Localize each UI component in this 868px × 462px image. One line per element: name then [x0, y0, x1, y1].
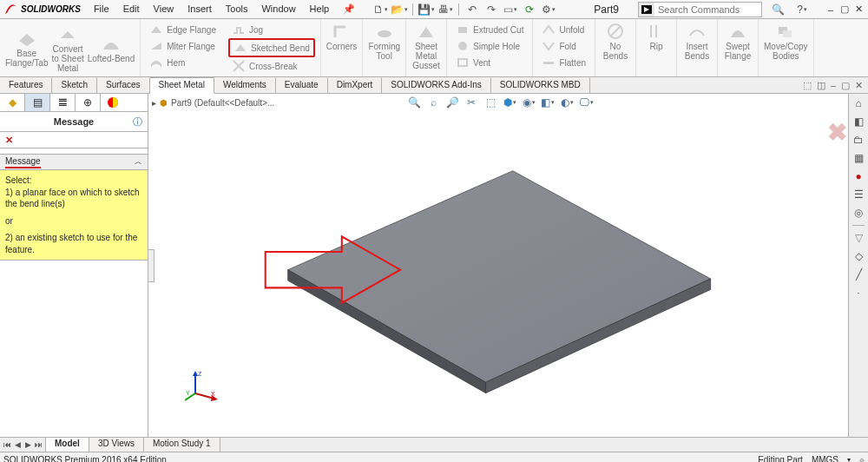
unfold-button[interactable]: Unfold	[538, 22, 588, 37]
vent-button[interactable]: Vent	[452, 55, 494, 70]
pm-feature-tree-icon[interactable]: ◆	[0, 94, 25, 111]
pm-config-icon[interactable]: 𝌆	[50, 94, 76, 111]
pm-message-header[interactable]: Message ︿	[0, 154, 148, 170]
doc-min-icon[interactable]: –	[831, 80, 836, 90]
save-icon[interactable]: 💾	[418, 2, 435, 17]
view-triad[interactable]: Z X Y	[185, 367, 220, 402]
forming-tool-button[interactable]: Forming Tool	[368, 22, 400, 61]
rip-button[interactable]: Rip	[641, 22, 671, 51]
tab-weldments[interactable]: Weldments	[214, 77, 276, 93]
tab-features[interactable]: Features	[0, 77, 52, 93]
search-icon[interactable]: 🔍	[769, 2, 786, 17]
tab-scroll-first-icon[interactable]: ⏮	[2, 439, 12, 451]
graphics-viewport[interactable]: ▸ ⬢ Part9 (Default<<Default>... 🔍 ⌕ 🔎 ✂ …	[148, 94, 868, 437]
svg-marker-12	[288, 171, 711, 383]
tab-dimxpert[interactable]: DimXpert	[328, 77, 383, 93]
tab-evaluate[interactable]: Evaluate	[276, 77, 328, 93]
tab-scroll-last-icon[interactable]: ⏭	[33, 439, 43, 451]
pm-cancel-button[interactable]: ✕	[0, 132, 148, 148]
convert-to-sheet-metal-button[interactable]: Convert to Sheet Metal	[51, 24, 83, 73]
minimize-icon[interactable]: –	[825, 3, 837, 16]
svg-rect-10	[783, 30, 792, 37]
doc-prev-icon[interactable]: ⬚	[803, 80, 812, 91]
cross-break-button[interactable]: Cross-Break	[228, 58, 301, 74]
tab-sheet-metal[interactable]: Sheet Metal	[150, 77, 214, 94]
menu-view[interactable]: View	[148, 2, 181, 16]
view-tab-motion[interactable]: Motion Study 1	[144, 438, 220, 452]
help-icon[interactable]: ?	[793, 2, 811, 17]
miter-flange-button[interactable]: Miter Flange	[146, 38, 219, 54]
collapse-icon[interactable]: ︿	[135, 156, 142, 168]
svg-text:X: X	[211, 391, 215, 397]
tab-mbd[interactable]: SOLIDWORKS MBD	[491, 77, 590, 93]
svg-point-2	[378, 30, 391, 37]
flatten-button[interactable]: Flatten	[538, 55, 589, 70]
edge-flange-button[interactable]: Edge Flange	[146, 22, 220, 37]
rebuild-icon[interactable]: ⟳	[521, 2, 538, 17]
pm-dimxpert-icon[interactable]: ⊕	[76, 94, 101, 111]
hem-button[interactable]: Hem	[146, 55, 188, 70]
search-box[interactable]	[638, 2, 762, 17]
undo-icon[interactable]: ↶	[464, 2, 481, 17]
new-doc-icon[interactable]: 🗋	[372, 2, 389, 17]
status-customize-icon[interactable]: ⟐	[859, 455, 865, 463]
close-icon[interactable]: ✕	[852, 3, 865, 16]
menu-file[interactable]: File	[88, 2, 115, 16]
fold-button[interactable]: Fold	[538, 38, 579, 54]
pm-property-icon[interactable]: ▤	[25, 94, 50, 111]
tab-sketch[interactable]: Sketch	[52, 77, 97, 93]
no-bends-button[interactable]: No Bends	[601, 22, 630, 61]
menu-insert[interactable]: Insert	[181, 2, 218, 16]
select-icon[interactable]: ▭	[502, 2, 519, 17]
tp-home-icon[interactable]: ⌂	[851, 96, 866, 111]
sketched-bend-button[interactable]: Sketched Bend	[228, 38, 315, 57]
tab-scroll-next-icon[interactable]: ▶	[23, 439, 33, 451]
redo-icon[interactable]: ↷	[483, 2, 500, 17]
restore-icon[interactable]: ▢	[838, 3, 851, 16]
tab-surfaces[interactable]: Surfaces	[97, 77, 149, 93]
view-tab-model[interactable]: Model	[46, 438, 89, 452]
move-copy-bodies-button[interactable]: Move/Copy Bodies	[764, 22, 808, 61]
lofted-bend-button[interactable]: Lofted-Bend	[88, 34, 135, 63]
property-manager: ◆ ▤ 𝌆 ⊕ Message ⓘ ✕ Message ︿ Select: 1)…	[0, 94, 148, 437]
menu-edit[interactable]: Edit	[117, 2, 146, 16]
sheet-metal-gusset-button[interactable]: Sheet Metal Gusset	[411, 22, 441, 70]
options-icon[interactable]: ⚙	[540, 2, 557, 17]
tp-sel-vertex-icon[interactable]: ·	[851, 285, 866, 300]
jog-button[interactable]: Jog	[228, 22, 266, 37]
status-units[interactable]: MMGS	[812, 455, 838, 463]
tp-properties-icon[interactable]: ☰	[851, 187, 866, 202]
pm-appearance-icon[interactable]	[101, 94, 125, 111]
print-icon[interactable]: 🖶	[437, 2, 454, 17]
pm-message-body: Select: 1) a planar face on which to ske…	[0, 170, 148, 261]
base-flange-tab-button[interactable]: Base Flange/Tab	[5, 29, 48, 68]
doc-max-icon[interactable]: ▢	[841, 80, 850, 91]
swept-flange-button[interactable]: Swept Flange	[723, 22, 753, 61]
pm-help-icon[interactable]: ⓘ	[133, 116, 142, 129]
tab-scroll-prev-icon[interactable]: ◀	[12, 439, 23, 451]
insert-bends-button[interactable]: Insert Bends	[682, 22, 712, 61]
menu-help[interactable]: Help	[304, 2, 336, 16]
open-doc-icon[interactable]: 📂	[391, 2, 408, 17]
view-tab-3dviews[interactable]: 3D Views	[89, 438, 144, 452]
tp-sel-edge-icon[interactable]: ╱	[851, 267, 866, 282]
status-units-drop-icon[interactable]: ▾	[847, 456, 851, 463]
svg-rect-5	[458, 59, 467, 66]
extruded-cut-button[interactable]: Extruded Cut	[452, 22, 527, 37]
menu-window[interactable]: Window	[255, 2, 301, 16]
doc-tile-icon[interactable]: ◫	[817, 80, 825, 91]
menu-tools[interactable]: Tools	[220, 2, 254, 16]
tab-addins[interactable]: SOLIDWORKS Add-Ins	[382, 77, 490, 93]
tp-forum-icon[interactable]: ◎	[851, 205, 866, 221]
tp-sel-filter-icon[interactable]: ▽	[851, 230, 866, 246]
corners-button[interactable]: Corners	[326, 22, 358, 51]
tp-view-palette-icon[interactable]: ▦	[851, 150, 866, 166]
tp-design-lib-icon[interactable]: ◧	[851, 114, 866, 129]
tp-sel-face-icon[interactable]: ◇	[851, 248, 866, 264]
tp-appearances-icon[interactable]: ●	[851, 168, 866, 184]
doc-close-icon[interactable]: ✕	[855, 80, 863, 91]
search-input[interactable]	[654, 4, 761, 15]
tp-file-explorer-icon[interactable]: 🗀	[851, 132, 866, 148]
simple-hole-button[interactable]: Simple Hole	[452, 38, 523, 54]
menu-pin-icon[interactable]: 📌	[337, 2, 361, 16]
